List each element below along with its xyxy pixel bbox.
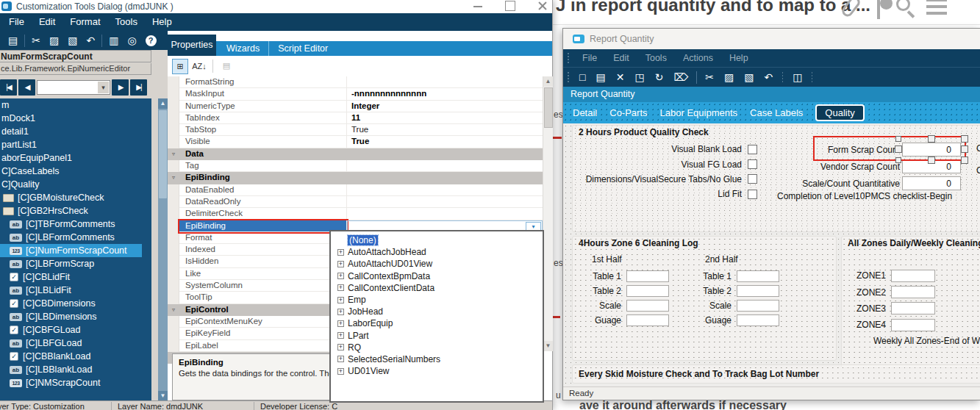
menu-item[interactable]: Help [145, 13, 179, 31]
property-value[interactable]: Integer [347, 101, 543, 112]
undo-icon[interactable]: ↶ [86, 35, 95, 46]
clear-icon[interactable]: ⌦ [673, 71, 688, 83]
property-row[interactable]: MaskInput -nnnnnnnnnnnnnn [168, 88, 543, 100]
tree-item[interactable]: C]CaseLabels [0, 165, 142, 178]
scroll-thumb[interactable] [159, 110, 167, 198]
tree-item[interactable]: 123 [C]NumFormScrapCount [0, 244, 142, 257]
dropdown-item[interactable]: (None) [331, 234, 543, 246]
text-input[interactable] [737, 270, 779, 282]
tree-item[interactable]: ab [C]LBFGLoad [0, 337, 142, 350]
undo-icon[interactable]: ↶ [764, 71, 773, 83]
toolbar-grip[interactable] [567, 52, 570, 64]
dropdown-item[interactable]: + RQ [331, 342, 543, 353]
property-row[interactable]: NumericType Integer [168, 101, 543, 112]
minimize-icon[interactable] [473, 1, 483, 11]
paste-icon[interactable]: ▧ [744, 71, 754, 83]
checkbox[interactable] [748, 174, 757, 184]
menu-item[interactable]: Edit [32, 13, 62, 31]
tab[interactable]: Case Labels [750, 107, 803, 118]
dropdown-item[interactable]: + UD01View [331, 365, 543, 377]
tree-item[interactable]: m [0, 98, 142, 112]
menu-item[interactable]: Actions [675, 49, 721, 67]
property-row[interactable]: FormatString [168, 76, 543, 88]
cut-icon[interactable]: ✂ [705, 71, 714, 83]
tab[interactable]: Properties [168, 35, 216, 56]
dropdown-item[interactable]: + LaborEquip [331, 317, 543, 329]
scroll-down-icon[interactable]: ▼ [158, 391, 168, 401]
menu-item[interactable]: File [1, 13, 32, 31]
menu-item[interactable]: Format [62, 13, 107, 31]
text-input[interactable] [737, 314, 779, 326]
tree-item[interactable]: 123 [C]NMScrapCount [0, 376, 142, 389]
checkbox[interactable] [748, 145, 757, 154]
property-pages-icon[interactable]: ▤ [218, 59, 235, 74]
print-icon[interactable]: ▥ [109, 35, 118, 46]
tree-item[interactable]: C]Quality [0, 178, 142, 191]
new-icon[interactable]: □ [579, 71, 585, 83]
dropdown-item[interactable]: + CallContextClientData [331, 282, 543, 294]
expand-icon[interactable]: + [337, 332, 344, 339]
property-value[interactable] [347, 196, 543, 208]
tab[interactable]: Script Editor [268, 41, 337, 56]
attachment-icon[interactable]: ◳ [634, 71, 644, 83]
property-value[interactable] [347, 184, 543, 196]
property-value[interactable]: 11 [347, 112, 543, 124]
tab[interactable]: Co-Parts [609, 107, 647, 118]
expand-icon[interactable]: + [337, 344, 344, 350]
property-value[interactable] [347, 208, 543, 220]
menu-item[interactable]: Tools [637, 49, 675, 67]
expand-icon[interactable]: + [337, 356, 344, 362]
text-input[interactable] [891, 286, 935, 298]
grid-scrollbar[interactable]: ▲ ▼ [543, 76, 553, 351]
menu-item[interactable]: File [574, 49, 605, 67]
tree-item[interactable]: partList1 [0, 138, 142, 151]
text-input[interactable] [626, 300, 669, 312]
dropdown-item[interactable]: + AutoAttachJobHead [331, 246, 543, 258]
scroll-down-icon[interactable]: ▼ [543, 341, 553, 351]
delete-icon[interactable]: ✕ [616, 71, 625, 83]
tree-item[interactable]: ab [C]LBFormComments [0, 231, 142, 244]
tree-item[interactable]: ab [C]LBFormScrap [0, 257, 142, 270]
numeric-input[interactable]: 0 [902, 143, 961, 157]
tree-item[interactable]: [C]GB2HrsCheck [0, 204, 142, 217]
menu-item[interactable]: Edit [605, 49, 637, 67]
expand-icon[interactable]: + [337, 320, 344, 327]
checkbox[interactable] [748, 159, 757, 169]
refresh-icon[interactable]: ↻ [655, 71, 664, 83]
print-preview-icon[interactable]: ◎ [127, 35, 136, 46]
dropdown-item[interactable]: + LPart [331, 330, 543, 342]
expand-icon[interactable]: + [337, 273, 344, 279]
tree-item[interactable]: ✓ [C]CBDimensions [0, 297, 142, 310]
categorized-icon[interactable]: ⊞ [172, 59, 188, 74]
property-value[interactable]: -nnnnnnnnnnnnnn [347, 88, 543, 100]
expand-icon[interactable]: + [337, 261, 344, 267]
property-row[interactable]: TabStop True [168, 124, 543, 136]
tab[interactable]: Detail [573, 107, 597, 118]
property-value[interactable] [347, 160, 543, 172]
expand-icon[interactable]: + [337, 284, 344, 291]
save-icon[interactable]: ▤ [595, 71, 605, 83]
tree-item[interactable]: ✓ [C]CBFGLoad [0, 323, 142, 337]
flag-icon[interactable] [877, 0, 880, 19]
save-icon[interactable]: ▤ [8, 35, 18, 46]
text-input[interactable] [626, 314, 669, 326]
tree-item[interactable]: ✓ [C]CBBlankLoad [0, 350, 142, 363]
dropdown-item[interactable]: + JobHead [331, 306, 543, 317]
checkbox[interactable] [748, 190, 757, 199]
property-row[interactable]: TabIndex 11 [168, 112, 543, 124]
menu-icon[interactable] [926, 0, 947, 1]
help-icon[interactable]: ? [146, 35, 157, 46]
dialog-titlebar[interactable]: Customization Tools Dialog (dmdJUNK ) [0, 0, 552, 13]
scroll-up-icon[interactable]: ▲ [543, 76, 553, 87]
property-row[interactable]: DataReadOnly [168, 196, 543, 208]
dropdown-item[interactable]: + SelectedSerialNumbers [331, 353, 543, 365]
last-record-button[interactable]: ▶| [130, 79, 147, 96]
expand-icon[interactable]: + [337, 297, 344, 303]
property-value[interactable]: True [347, 136, 543, 148]
binoculars-search-icon[interactable]: ◫ [793, 71, 802, 83]
scroll-up-icon[interactable]: ▲ [158, 98, 168, 109]
dropdown-item[interactable]: + CallContextBpmData [331, 270, 543, 282]
property-row[interactable]: ▿ Data [168, 148, 543, 160]
tab[interactable]: Wizards [218, 41, 268, 56]
property-value[interactable] [347, 76, 543, 88]
